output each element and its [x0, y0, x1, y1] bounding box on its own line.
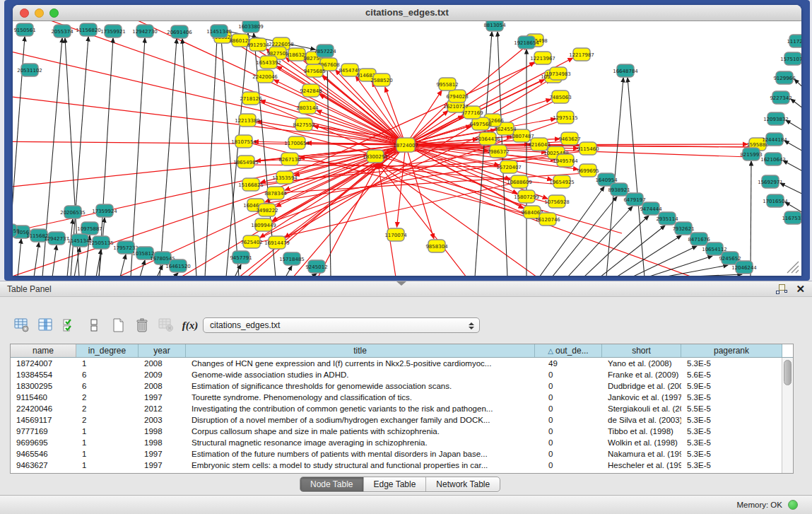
- black-edge[interactable]: [784, 141, 801, 155]
- network-canvas[interactable]: 1872400718300295796382288601288912934222…: [13, 21, 801, 276]
- graph-node[interactable]: 16648784: [613, 64, 638, 77]
- graph-node[interactable]: 8427552: [293, 118, 314, 131]
- graph-node[interactable]: 2803144: [296, 101, 319, 114]
- black-edge[interactable]: [786, 120, 801, 134]
- splitter-collapse-handle[interactable]: [396, 281, 406, 286]
- graph-node[interactable]: 9858304: [425, 240, 448, 252]
- delete-column-icon[interactable]: [133, 316, 151, 334]
- graph-node[interactable]: 2055374: [51, 25, 73, 37]
- red-edge[interactable]: [13, 21, 406, 145]
- red-edge[interactable]: [13, 92, 406, 145]
- table-row[interactable]: 1938455462009Genome-wide association stu…: [11, 369, 782, 380]
- graph-node[interactable]: 15166825: [238, 178, 264, 191]
- graph-node[interactable]: 6794028: [446, 90, 468, 103]
- graph-node[interactable]: 6479197: [623, 193, 645, 206]
- graph-node[interactable]: 8912934: [247, 38, 269, 51]
- graph-node[interactable]: 8813054: [483, 21, 506, 31]
- graph-node[interactable]: 16914479: [264, 236, 290, 249]
- tab-network-table[interactable]: Network Table: [426, 477, 500, 491]
- black-edge[interactable]: [205, 38, 217, 276]
- graph-node[interactable]: 17359921: [100, 25, 126, 37]
- graph-node[interactable]: 7932621: [672, 222, 694, 235]
- column-header-pagerank[interactable]: pagerank: [681, 344, 782, 357]
- graph-node[interactable]: 18724007: [393, 138, 418, 152]
- graph-node[interactable]: 12217987: [569, 48, 594, 61]
- graph-node[interactable]: 20531102: [17, 64, 42, 76]
- black-edge[interactable]: [567, 206, 632, 276]
- table-row[interactable]: 946362711997Embryonic stem cells: a mode…: [11, 460, 782, 471]
- black-edge[interactable]: [34, 243, 39, 276]
- graph-node[interactable]: 12093832: [763, 112, 789, 125]
- graph-node[interactable]: 2935114: [656, 212, 678, 225]
- black-edge[interactable]: [327, 58, 331, 276]
- table-row[interactable]: 911546021997Tourette syndrome. Phenomeno…: [11, 392, 782, 403]
- graph-node[interactable]: 8878344: [264, 187, 287, 199]
- graph-node[interactable]: 9955812: [436, 78, 458, 90]
- row-selection-icon[interactable]: [61, 316, 79, 334]
- graph-node[interactable]: 16033809: [238, 21, 264, 33]
- table-row[interactable]: 977716911998Corpus callosum shape and si…: [11, 426, 782, 437]
- column-header-year[interactable]: year: [139, 344, 186, 357]
- black-edge[interactable]: [783, 160, 801, 175]
- table-row[interactable]: 946554611997Estimation of the future num…: [11, 448, 782, 460]
- graph-node[interactable]: 8267130: [278, 153, 300, 165]
- graph-node[interactable]: 11156820: [76, 23, 101, 36]
- table-row[interactable]: 1830029562008Estimation of significance …: [11, 380, 782, 392]
- graph-node[interactable]: 9245012: [305, 260, 327, 273]
- graph-node[interactable]: 9463627: [558, 132, 580, 145]
- black-edge[interactable]: [286, 266, 292, 276]
- red-edge[interactable]: [13, 42, 406, 145]
- network-window-titlebar[interactable]: citations_edges.txt: [13, 5, 801, 21]
- graph-node[interactable]: 9699695: [577, 164, 599, 177]
- citation-graph[interactable]: 1872400718300295796382288601288912934222…: [13, 21, 801, 276]
- graph-node[interactable]: 9474444: [640, 202, 662, 215]
- graph-node[interactable]: 10756928: [544, 195, 570, 208]
- table-row[interactable]: 1456911722003Disruption of a novel membe…: [11, 414, 782, 426]
- graph-node[interactable]: 7485063: [549, 90, 571, 103]
- graph-node[interactable]: 15751074: [780, 52, 801, 65]
- black-edge[interactable]: [751, 161, 751, 276]
- graph-node[interactable]: 9115460: [577, 142, 599, 155]
- graph-node[interactable]: 10975887: [77, 222, 102, 235]
- red-edge[interactable]: [257, 122, 406, 145]
- red-edge[interactable]: [13, 21, 406, 145]
- graph-node[interactable]: 1167533: [782, 211, 801, 224]
- row-height-icon[interactable]: [85, 316, 103, 334]
- black-edge[interactable]: [160, 39, 177, 276]
- vertical-scrollbar[interactable]: [782, 358, 793, 473]
- graph-node[interactable]: 9242848: [300, 84, 322, 97]
- black-edge[interactable]: [131, 38, 145, 276]
- black-edge[interactable]: [52, 245, 57, 276]
- new-column-icon[interactable]: [109, 316, 127, 334]
- graph-node[interactable]: 7857224: [314, 45, 336, 57]
- table-row[interactable]: 1872400712008Changes of HCN gene express…: [11, 358, 782, 369]
- column-header-name[interactable]: name: [11, 344, 76, 357]
- red-edge[interactable]: [378, 163, 466, 276]
- black-edge[interactable]: [174, 273, 178, 276]
- graph-node[interactable]: 2718126: [240, 92, 262, 105]
- column-header-short[interactable]: short: [602, 344, 681, 357]
- black-edge[interactable]: [182, 39, 196, 276]
- graph-node[interactable]: 2588520: [370, 74, 392, 86]
- column-header-in_degree[interactable]: in_degree: [76, 344, 139, 357]
- graph-node[interactable]: 15718485: [279, 252, 305, 265]
- graph-node[interactable]: 15692971: [758, 175, 783, 188]
- graph-node[interactable]: 17016504: [763, 194, 788, 207]
- scrollbar-thumb[interactable]: [784, 360, 792, 385]
- column-header-title[interactable]: title: [186, 344, 535, 357]
- black-edge[interactable]: [663, 265, 728, 276]
- graph-node[interactable]: 9227342: [770, 91, 792, 104]
- function-builder-icon[interactable]: f(x): [181, 316, 199, 334]
- black-edge[interactable]: [311, 274, 317, 276]
- tab-node-table[interactable]: Node Table: [300, 477, 364, 491]
- graph-node[interactable]: 9129966: [773, 71, 796, 84]
- black-edge[interactable]: [221, 38, 239, 276]
- graph-node[interactable]: 1117205: [787, 35, 801, 47]
- black-edge[interactable]: [791, 99, 801, 113]
- black-edge[interactable]: [794, 79, 801, 93]
- graph-node[interactable]: 11700654: [284, 136, 310, 149]
- black-edge[interactable]: [628, 78, 645, 276]
- graph-node[interactable]: 9475685: [303, 64, 325, 77]
- table-mode-icon[interactable]: [13, 316, 31, 334]
- black-edge[interactable]: [67, 219, 73, 276]
